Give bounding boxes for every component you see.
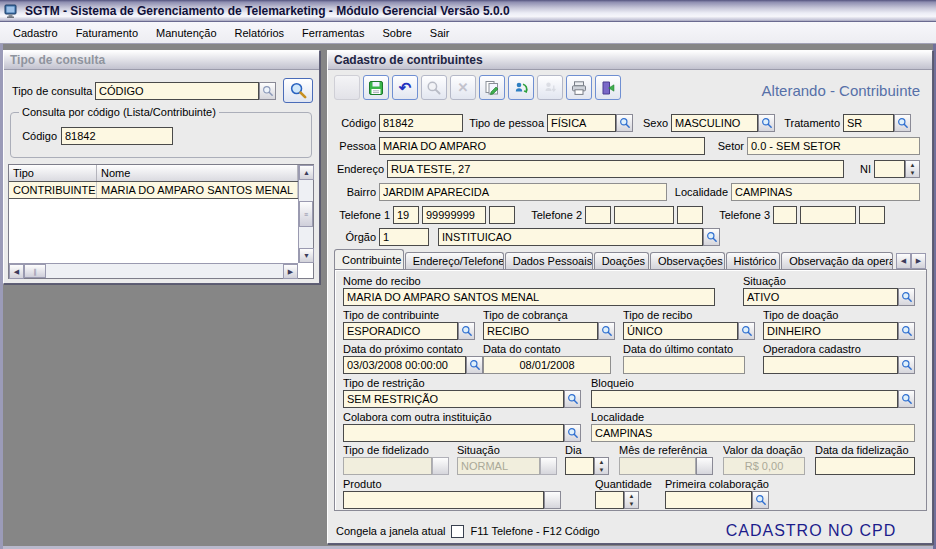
tipo-recibo-lookup-button[interactable] (738, 322, 755, 340)
tipo-pessoa-lookup-button[interactable] (616, 114, 633, 132)
tab-observacoes[interactable]: Observações (650, 252, 725, 269)
tab-observacao-operadora[interactable]: Observação da opera (781, 252, 893, 269)
exit-button[interactable] (595, 75, 621, 100)
colabora-input[interactable] (343, 424, 564, 442)
contact-export-button[interactable] (537, 75, 563, 100)
tab-contribuinte[interactable]: Contribuinte (334, 249, 404, 269)
tab-scroll-right-button[interactable]: ▶ (911, 253, 926, 269)
operadora-cadastro-lookup-button[interactable] (898, 356, 915, 374)
telefone3-ramal-input[interactable] (859, 206, 885, 224)
horizontal-scrollbar[interactable]: ◀ ∥ ▶ (9, 263, 298, 278)
vertical-scrollbar[interactable]: ▲ ≡ ▼ (298, 165, 313, 263)
menu-sobre[interactable]: Sobre (373, 24, 420, 42)
tipo-pessoa-input[interactable] (547, 114, 616, 132)
data-proximo-contato-lookup-button[interactable] (466, 356, 483, 374)
undo-button[interactable]: ↶ (392, 75, 418, 100)
ni-spinner[interactable]: ▲▼ (905, 160, 920, 178)
tipo-doacao-input[interactable] (763, 322, 898, 340)
menu-ferramentas[interactable]: Ferramentas (293, 24, 373, 42)
quantidade-spinner[interactable]: ▲▼ (624, 491, 639, 509)
situacao-input[interactable] (743, 288, 898, 306)
nome-recibo-input[interactable] (343, 288, 715, 306)
column-header-tipo[interactable]: Tipo (9, 165, 97, 181)
ni-input[interactable] (874, 160, 905, 178)
search-button[interactable] (421, 75, 447, 100)
tratamento-input[interactable] (843, 114, 894, 132)
scroll-right-button[interactable]: ▶ (283, 264, 298, 279)
tab-endereco-telefone[interactable]: Endereço/Telefone (405, 252, 504, 269)
scroll-left-button[interactable]: ◀ (9, 264, 24, 279)
pessoa-input[interactable] (379, 137, 705, 155)
dia-spinner[interactable]: ▲▼ (594, 457, 609, 475)
tipo-restricao-input[interactable] (343, 390, 564, 408)
primeira-colaboracao-lookup-button[interactable] (752, 491, 769, 509)
telefone3-ddd-input[interactable] (773, 206, 797, 224)
tipo-contribuinte-lookup-button[interactable] (458, 322, 475, 340)
bloqueio-lookup-button[interactable] (898, 390, 915, 408)
delete-button[interactable]: ✕ (450, 75, 476, 100)
vertical-scroll-thumb[interactable]: ≡ (299, 201, 313, 227)
endereco-input[interactable] (387, 160, 844, 178)
scroll-up-button[interactable]: ▲ (299, 165, 314, 180)
telefone1-ddd-input[interactable] (393, 206, 419, 224)
produto-button[interactable] (544, 491, 561, 509)
menu-faturamento[interactable]: Faturamento (67, 24, 147, 42)
localidade-input[interactable] (731, 183, 920, 201)
telefone2-ddd-input[interactable] (585, 206, 611, 224)
sexo-input[interactable] (671, 114, 758, 132)
save-button[interactable] (363, 75, 389, 100)
codigo-input[interactable] (379, 114, 463, 132)
tab-dados-pessoais[interactable]: Dados Pessoais (505, 252, 593, 269)
tab-historico[interactable]: Histórico (726, 252, 781, 269)
tipo-restricao-lookup-button[interactable] (564, 390, 581, 408)
menu-manutencao[interactable]: Manutenção (147, 24, 226, 42)
query-type-input[interactable] (95, 82, 259, 100)
mes-referencia-button[interactable] (696, 457, 713, 475)
tab-doacoes[interactable]: Doações (594, 252, 649, 269)
column-header-nome[interactable]: Nome (97, 165, 298, 181)
produto-input[interactable] (343, 491, 544, 509)
table-row[interactable]: CONTRIBUINTE MARIA DO AMPARO SANTOS MENA… (9, 182, 298, 199)
dia-input[interactable] (565, 457, 594, 475)
tipo-cobranca-input[interactable] (483, 322, 598, 340)
data-proximo-contato-input[interactable] (343, 356, 466, 374)
situacao-lookup-button[interactable] (898, 288, 915, 306)
bairro-input[interactable] (379, 183, 667, 201)
telefone3-numero-input[interactable] (800, 206, 856, 224)
print-button[interactable] (566, 75, 592, 100)
menu-cadastro[interactable]: Cadastro (4, 24, 67, 42)
scroll-down-button[interactable]: ▼ (299, 248, 314, 263)
tipo-doacao-lookup-button[interactable] (898, 322, 915, 340)
menu-relatorios[interactable]: Relatórios (226, 24, 294, 42)
orgao-codigo-input[interactable] (379, 228, 429, 246)
localidade-tab-input[interactable] (591, 424, 915, 442)
orgao-nome-input[interactable] (438, 228, 703, 246)
telefone1-numero-input[interactable] (422, 206, 486, 224)
tratamento-lookup-button[interactable] (894, 114, 911, 132)
tipo-recibo-input[interactable] (623, 322, 738, 340)
orgao-lookup-button[interactable] (703, 228, 720, 246)
tipo-cobranca-lookup-button[interactable] (598, 322, 615, 340)
telefone1-ramal-input[interactable] (489, 206, 515, 224)
tipo-contribuinte-input[interactable] (343, 322, 458, 340)
primeira-colaboracao-input[interactable] (665, 491, 752, 509)
new-button[interactable] (334, 75, 360, 100)
menu-sair[interactable]: Sair (421, 24, 459, 42)
code-input[interactable] (61, 127, 173, 145)
query-type-lookup-button[interactable] (259, 82, 276, 100)
telefone2-ramal-input[interactable] (677, 206, 703, 224)
operadora-cadastro-input[interactable] (763, 356, 898, 374)
freeze-window-checkbox[interactable] (451, 525, 464, 538)
setor-input[interactable] (747, 137, 920, 155)
bloqueio-input[interactable] (591, 390, 898, 408)
tab-scroll-left-button[interactable]: ◀ (896, 253, 911, 269)
horizontal-scroll-thumb[interactable]: ∥ (24, 264, 46, 278)
colabora-lookup-button[interactable] (564, 424, 581, 442)
telefone2-numero-input[interactable] (614, 206, 674, 224)
notes-button[interactable] (479, 75, 505, 100)
contact-refresh-button[interactable] (508, 75, 534, 100)
quantidade-input[interactable] (595, 491, 624, 509)
data-fidelizacao-input[interactable] (815, 457, 915, 475)
execute-search-button[interactable] (283, 78, 313, 103)
sexo-lookup-button[interactable] (758, 114, 775, 132)
